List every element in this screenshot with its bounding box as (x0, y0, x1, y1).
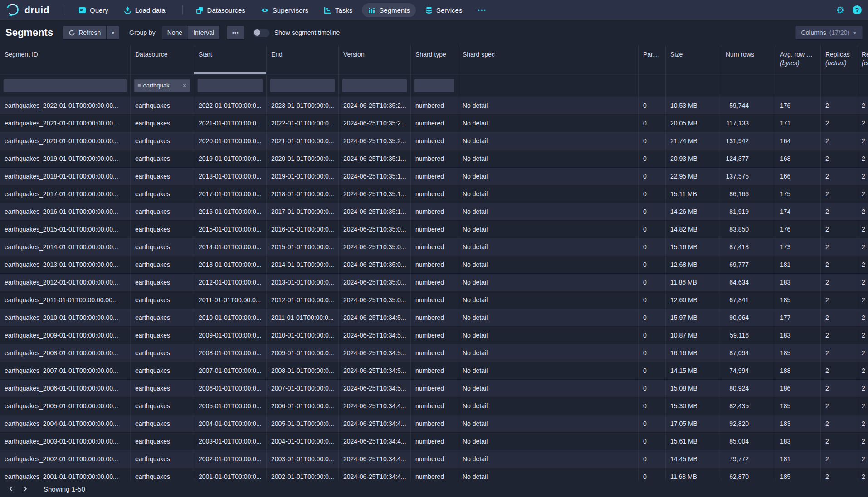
cell-version: 2024-06-25T10:35:2... (339, 132, 411, 150)
segments-table: Segment IDDatasourceStartEndVersionShard… (0, 45, 868, 497)
cell-size: 10.53 MB (666, 97, 721, 114)
nav-item-segments[interactable]: Segments (362, 3, 416, 17)
cell-version: 2024-06-25T10:35:2... (339, 97, 411, 114)
table-body: earthquakes_2022-01-01T00:00:00.00...ear… (0, 97, 868, 486)
chevron-down-icon: ▼ (853, 30, 857, 35)
cell-replication-factor: 2 (857, 150, 868, 167)
next-page-button[interactable] (18, 482, 32, 496)
column-header-datasource[interactable]: Datasource (131, 45, 194, 74)
nav-item-services[interactable]: Services (419, 3, 468, 17)
cell-datasource: earthquakes (131, 115, 194, 132)
cell-replication-factor: 2 (857, 185, 868, 203)
column-header-size[interactable]: Size (666, 45, 721, 74)
segment-timeline-toggle[interactable] (253, 29, 270, 37)
cell-start: 2007-01-01T00:00:0... (194, 362, 267, 379)
table-row: earthquakes_2013-01-01T00:00:00.00...ear… (0, 256, 868, 274)
cell-avg-row-size: 168 (775, 150, 821, 167)
cell-start: 2016-01-01T00:00:0... (194, 203, 267, 220)
nav-item-label: Services (436, 6, 463, 14)
cell-shard-type: numbered (411, 309, 458, 326)
table-row: earthquakes_2004-01-01T00:00:00.00...ear… (0, 415, 868, 433)
cell-segment-id: earthquakes_2021-01-01T00:00:00.00... (0, 115, 131, 132)
group-by-interval-button[interactable]: Interval (188, 26, 219, 39)
cell-shard-type: numbered (411, 115, 458, 132)
nav-item-datasources[interactable]: Datasources (190, 3, 251, 17)
cell-partition: 0 (639, 380, 666, 397)
filter-end-input[interactable] (270, 78, 335, 92)
cell-replicas: 2 (821, 115, 857, 132)
refresh-button[interactable]: Refresh (63, 26, 106, 39)
cell-partition: 0 (639, 150, 666, 167)
columns-button[interactable]: Columns (17/20) ▼ (795, 26, 863, 39)
cell-num-rows: 85,004 (721, 433, 775, 450)
nav-item-query[interactable]: Query (73, 3, 114, 17)
close-icon[interactable]: ✕ (182, 82, 187, 89)
filter-version-input[interactable] (342, 78, 407, 92)
column-header-segment-id[interactable]: Segment ID (0, 45, 131, 74)
druid-logo-icon (6, 3, 21, 17)
nav-item-tasks[interactable]: Tasks (318, 3, 358, 17)
column-header-avg-row-size[interactable]: Avg. row size(bytes) (775, 45, 821, 74)
cell-shard-spec: No detail (458, 132, 639, 150)
cell-version: 2024-06-25T10:34:5... (339, 380, 411, 397)
druid-logo[interactable]: druid (6, 3, 49, 17)
cell-segment-id: earthquakes_2011-01-01T00:00:00.00... (0, 291, 131, 309)
column-label: Partition (643, 51, 666, 58)
cell-num-rows: 64,634 (721, 274, 775, 291)
cell-partition: 0 (639, 185, 666, 203)
cell-size: 12.68 MB (666, 256, 721, 273)
cell-end: 2019-01-01T00:00:0... (267, 168, 339, 185)
segments-toolbar: Segments Refresh ▼ Group by None Interva… (0, 20, 868, 45)
table-row: earthquakes_2002-01-01T00:00:00.00...ear… (0, 450, 868, 468)
column-header-replicas[interactable]: Replicas(actual) (821, 45, 857, 74)
column-header-version[interactable]: Version (339, 45, 411, 74)
column-header-replication-factor[interactable]: Replication factor(configured) (857, 45, 868, 74)
cell-end: 2015-01-01T00:00:0... (267, 238, 339, 256)
cell-size: 15.61 MB (666, 433, 721, 450)
cell-end: 2009-01-01T00:00:0... (267, 344, 339, 362)
cell-replicas: 2 (821, 397, 857, 415)
cell-replication-factor: 2 (857, 238, 868, 256)
nav-more-menu[interactable]: ••• (472, 4, 493, 17)
group-by-none-button[interactable]: None (162, 26, 188, 39)
cell-datasource: earthquakes (131, 274, 194, 291)
column-header-partition[interactable]: Partition (639, 45, 666, 74)
column-header-end[interactable]: End (267, 45, 339, 74)
filter-segment-id-input[interactable] (3, 78, 127, 92)
column-header-num-rows[interactable]: Num rows (721, 45, 775, 74)
column-label: Version (343, 51, 365, 58)
table-header-row: Segment IDDatasourceStartEndVersionShard… (0, 45, 868, 75)
cell-start: 2018-01-01T00:00:0... (194, 168, 267, 185)
table-row: earthquakes_2019-01-01T00:00:00.00...ear… (0, 150, 868, 168)
column-header-shard-spec[interactable]: Shard spec (458, 45, 639, 74)
filter-datasource-input[interactable]: ≡ earthquakes ✕ (134, 78, 190, 92)
refresh-options-button[interactable]: ▼ (107, 26, 119, 39)
nav-item-label: Supervisors (273, 6, 308, 14)
cell-end: 2006-01-01T00:00:0... (267, 397, 339, 415)
cell-segment-id: earthquakes_2010-01-01T00:00:00.00... (0, 309, 131, 326)
cell-shard-type: numbered (411, 380, 458, 397)
cell-num-rows: 131,942 (721, 132, 775, 150)
column-header-shard-type[interactable]: Shard type (411, 45, 458, 74)
cell-replicas: 2 (821, 362, 857, 379)
cell-shard-type: numbered (411, 327, 458, 344)
cell-shard-spec: No detail (458, 274, 639, 291)
prev-page-button[interactable] (5, 482, 18, 496)
cell-shard-type: numbered (411, 291, 458, 309)
help-icon[interactable]: ? (853, 5, 862, 14)
filter-start-input[interactable] (197, 78, 263, 92)
cell-segment-id: earthquakes_2005-01-01T00:00:00.00... (0, 397, 131, 415)
gear-icon[interactable]: ⚙ (836, 5, 844, 14)
cell-shard-type: numbered (411, 168, 458, 185)
filter-shard-type-input[interactable] (414, 78, 454, 92)
more-actions-button[interactable]: ••• (227, 26, 244, 39)
cell-datasource: earthquakes (131, 397, 194, 415)
nav-item-supervisors[interactable]: Supervisors (255, 3, 314, 17)
column-header-start[interactable]: Start (194, 45, 267, 74)
cell-version: 2024-06-25T10:35:0... (339, 238, 411, 256)
cell-size: 14.26 MB (666, 203, 721, 220)
column-label: End (271, 51, 283, 58)
nav-item-load-data[interactable]: Load data (118, 3, 171, 17)
cell-replication-factor: 2 (857, 327, 868, 344)
cell-replication-factor: 2 (857, 115, 868, 132)
